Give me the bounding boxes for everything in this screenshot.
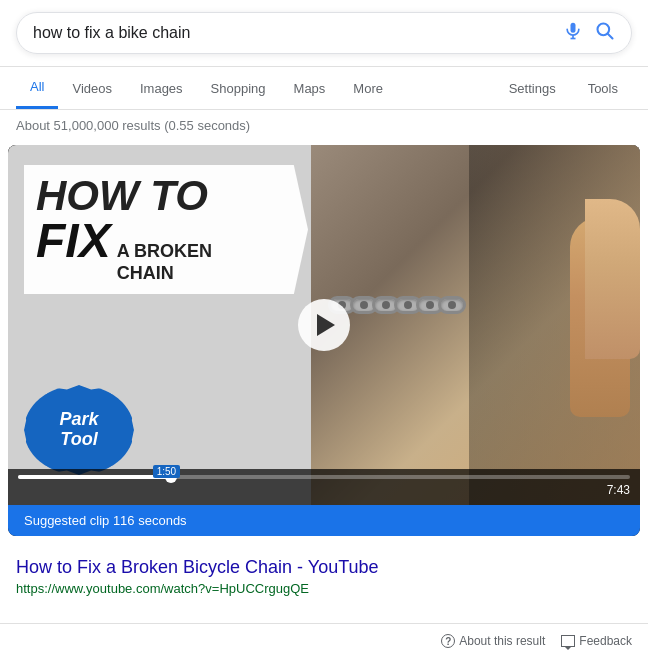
bottom-bar: ? About this result Feedback [0,623,648,658]
progress-fill [18,475,171,479]
results-info: About 51,000,000 results (0.55 seconds) [0,110,648,141]
svg-rect-0 [571,23,576,33]
result-link-area: How to Fix a Broken Bicycle Chain - YouT… [0,544,648,600]
video-duration: 7:43 [607,483,630,497]
tools-link[interactable]: Tools [574,69,632,108]
result-url: https://www.youtube.com/watch?v=HpUCCrgu… [16,581,632,596]
settings-link[interactable]: Settings [495,69,570,108]
tab-maps[interactable]: Maps [280,69,340,108]
clip-time-marker: 1:50 [153,465,180,478]
video-card: HOW TO FIX A BROKEN CHAIN ParkTool [8,145,640,536]
search-icons [563,21,615,45]
about-result-link[interactable]: ? About this result [441,634,545,648]
search-submit-icon[interactable] [595,21,615,45]
thumbnail-left-panel: HOW TO FIX A BROKEN CHAIN ParkTool [8,145,324,505]
result-title-link[interactable]: How to Fix a Broken Bicycle Chain - YouT… [16,557,379,577]
nav-tabs: All Videos Images Shopping Maps More Set… [0,67,648,110]
parktool-badge: ParkTool [24,385,134,475]
nav-right: Settings Tools [495,69,632,108]
video-title-fix: FIX [36,217,111,265]
progress-bar[interactable]: 1:50 7:43 [18,475,630,479]
mic-icon[interactable] [563,21,583,45]
parktool-logo-area: ParkTool [24,385,308,475]
feedback-link[interactable]: Feedback [561,634,632,648]
play-button[interactable] [298,299,350,351]
video-title-how: HOW TO [36,175,296,217]
search-bar-container [0,0,648,67]
play-triangle-icon [317,314,335,336]
tab-more[interactable]: More [339,69,397,108]
suggested-clip-banner: Suggested clip 116 seconds [8,505,640,536]
search-input[interactable] [33,24,563,42]
video-title-sub2: CHAIN [117,263,212,285]
about-icon: ? [441,634,455,648]
video-title-sub1: A BROKEN [117,241,212,263]
tab-images[interactable]: Images [126,69,197,108]
chain-link-6 [438,296,466,314]
parktool-text: ParkTool [59,410,98,450]
feedback-label: Feedback [579,634,632,648]
tab-shopping[interactable]: Shopping [197,69,280,108]
video-controls: 1:50 7:43 [8,469,640,505]
tab-all[interactable]: All [16,67,58,109]
search-bar [16,12,632,54]
video-title-box: HOW TO FIX A BROKEN CHAIN [24,165,308,294]
about-result-label: About this result [459,634,545,648]
video-thumbnail[interactable]: HOW TO FIX A BROKEN CHAIN ParkTool [8,145,640,505]
svg-line-4 [608,34,613,39]
tab-videos[interactable]: Videos [58,69,126,108]
thumbnail-right-panel [311,145,640,505]
feedback-icon [561,635,575,647]
